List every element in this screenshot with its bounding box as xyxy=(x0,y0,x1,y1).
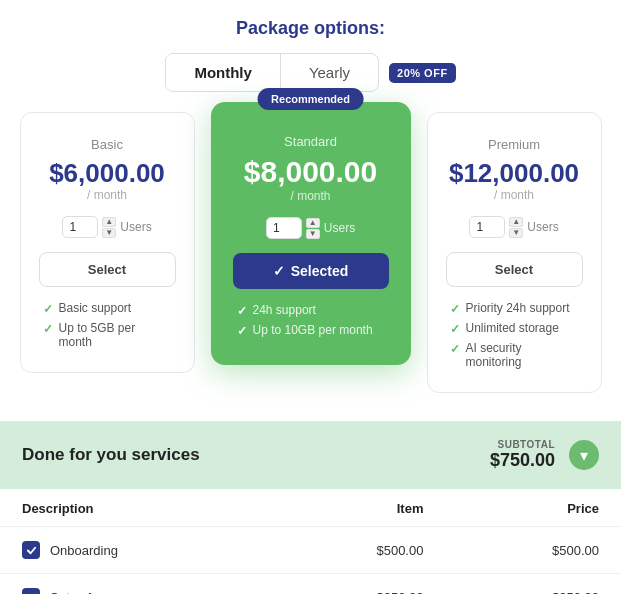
col-price-header: Price xyxy=(445,489,621,527)
table-cell-price: $500.00 xyxy=(445,527,621,574)
table-cell-item: $500.00 xyxy=(270,527,446,574)
users-spinner-basic: ▲ ▼ xyxy=(102,217,116,238)
users-label-standard: Users xyxy=(324,221,355,235)
table-cell-price: $250.00 xyxy=(445,574,621,595)
yearly-tab[interactable]: Yearly xyxy=(281,54,378,91)
feature-item: ✓ 24h support xyxy=(237,303,385,318)
row-checkbox-wrapper: Onboarding xyxy=(22,541,248,559)
row-description-text: Setup fee xyxy=(50,590,106,595)
billing-toggle: Monthly Yearly 20% OFF xyxy=(0,53,621,92)
feature-text: Priority 24h support xyxy=(466,301,570,315)
plan-name-standard: Standard xyxy=(233,134,389,149)
feature-check-icon: ✓ xyxy=(237,324,247,338)
users-down-standard[interactable]: ▼ xyxy=(306,229,320,239)
feature-item: ✓ AI security monitoring xyxy=(450,341,579,369)
feature-check-icon: ✓ xyxy=(237,304,247,318)
discount-badge: 20% OFF xyxy=(389,63,456,83)
selected-label: Selected xyxy=(291,263,349,279)
plan-name-basic: Basic xyxy=(39,137,176,152)
feature-check-icon: ✓ xyxy=(43,302,53,316)
users-row-standard: ▲ ▼ Users xyxy=(233,217,389,239)
selected-check-icon: ✓ xyxy=(273,263,285,279)
plans-container: Basic $6,000.00 / month ▲ ▼ Users Select… xyxy=(0,112,621,403)
chevron-down-icon: ▾ xyxy=(580,446,588,465)
select-button-basic[interactable]: Select xyxy=(39,252,176,287)
users-input-premium[interactable] xyxy=(469,216,505,238)
checkbox-checked-icon[interactable] xyxy=(22,588,40,594)
feature-item: ✓ Up to 5GB per month xyxy=(43,321,172,349)
selected-button-standard[interactable]: ✓ Selected xyxy=(233,253,389,289)
plan-name-premium: Premium xyxy=(446,137,583,152)
subtotal-block: SUBTOTAL $750.00 xyxy=(490,439,555,471)
done-for-you-right: SUBTOTAL $750.00 ▾ xyxy=(490,439,599,471)
services-table: Description Item Price Onboarding$500.00… xyxy=(0,489,621,594)
done-for-you-section: Done for you services SUBTOTAL $750.00 ▾ xyxy=(0,421,621,489)
select-button-premium[interactable]: Select xyxy=(446,252,583,287)
users-down-premium[interactable]: ▼ xyxy=(509,228,523,238)
users-label-basic: Users xyxy=(120,220,151,234)
plan-price-standard: $8,000.00 xyxy=(233,157,389,187)
plan-card-premium: Premium $12,000.00 / month ▲ ▼ Users Sel… xyxy=(427,112,602,393)
row-description-text: Onboarding xyxy=(50,543,118,558)
table-cell-description: Onboarding xyxy=(0,527,270,574)
plan-price-basic: $6,000.00 xyxy=(39,160,176,186)
users-label-premium: Users xyxy=(527,220,558,234)
feature-item: ✓ Up to 10GB per month xyxy=(237,323,385,338)
feature-item: ✓ Priority 24h support xyxy=(450,301,579,316)
feature-item: ✓ Unlimited storage xyxy=(450,321,579,336)
table-row: Onboarding$500.00$500.00 xyxy=(0,527,621,574)
users-up-premium[interactable]: ▲ xyxy=(509,217,523,227)
users-row-basic: ▲ ▼ Users xyxy=(39,216,176,238)
feature-text: AI security monitoring xyxy=(466,341,579,369)
feature-text: Basic support xyxy=(59,301,132,315)
col-description-header: Description xyxy=(0,489,270,527)
monthly-tab[interactable]: Monthly xyxy=(166,54,281,91)
users-input-basic[interactable] xyxy=(62,216,98,238)
feature-text: 24h support xyxy=(253,303,316,317)
feature-check-icon: ✓ xyxy=(450,322,460,336)
feature-item: ✓ Basic support xyxy=(43,301,172,316)
toggle-wrapper: Monthly Yearly xyxy=(165,53,379,92)
plan-period-basic: / month xyxy=(39,188,176,202)
users-spinner-premium: ▲ ▼ xyxy=(509,217,523,238)
users-row-premium: ▲ ▼ Users xyxy=(446,216,583,238)
row-checkbox-wrapper: Setup fee xyxy=(22,588,248,594)
plan-period-standard: / month xyxy=(233,189,389,203)
plan-features-standard: ✓ 24h support ✓ Up to 10GB per month xyxy=(233,303,389,338)
feature-check-icon: ✓ xyxy=(450,302,460,316)
table-header-row: Description Item Price xyxy=(0,489,621,527)
plan-card-basic: Basic $6,000.00 / month ▲ ▼ Users Select… xyxy=(20,112,195,373)
done-for-you-title: Done for you services xyxy=(22,445,200,465)
collapse-button[interactable]: ▾ xyxy=(569,440,599,470)
feature-check-icon: ✓ xyxy=(43,322,53,336)
feature-text: Up to 5GB per month xyxy=(59,321,172,349)
subtotal-value: $750.00 xyxy=(490,450,555,471)
feature-text: Up to 10GB per month xyxy=(253,323,373,337)
table-cell-item: $250.00 xyxy=(270,574,446,595)
users-input-standard[interactable] xyxy=(266,217,302,239)
table-row: Setup fee$250.00$250.00 xyxy=(0,574,621,595)
plan-price-premium: $12,000.00 xyxy=(446,160,583,186)
plan-features-basic: ✓ Basic support ✓ Up to 5GB per month xyxy=(39,301,176,349)
users-up-basic[interactable]: ▲ xyxy=(102,217,116,227)
page-title: Package options: xyxy=(0,0,621,53)
plan-card-standard: Recommended Standard $8,000.00 / month ▲… xyxy=(211,102,411,365)
checkbox-checked-icon[interactable] xyxy=(22,541,40,559)
col-item-header: Item xyxy=(270,489,446,527)
feature-text: Unlimited storage xyxy=(466,321,559,335)
subtotal-label: SUBTOTAL xyxy=(490,439,555,450)
recommended-badge: Recommended xyxy=(257,88,364,110)
users-up-standard[interactable]: ▲ xyxy=(306,218,320,228)
feature-check-icon: ✓ xyxy=(450,342,460,356)
users-down-basic[interactable]: ▼ xyxy=(102,228,116,238)
plan-period-premium: / month xyxy=(446,188,583,202)
plan-features-premium: ✓ Priority 24h support ✓ Unlimited stora… xyxy=(446,301,583,369)
users-spinner-standard: ▲ ▼ xyxy=(306,218,320,239)
table-cell-description: Setup fee xyxy=(0,574,270,595)
